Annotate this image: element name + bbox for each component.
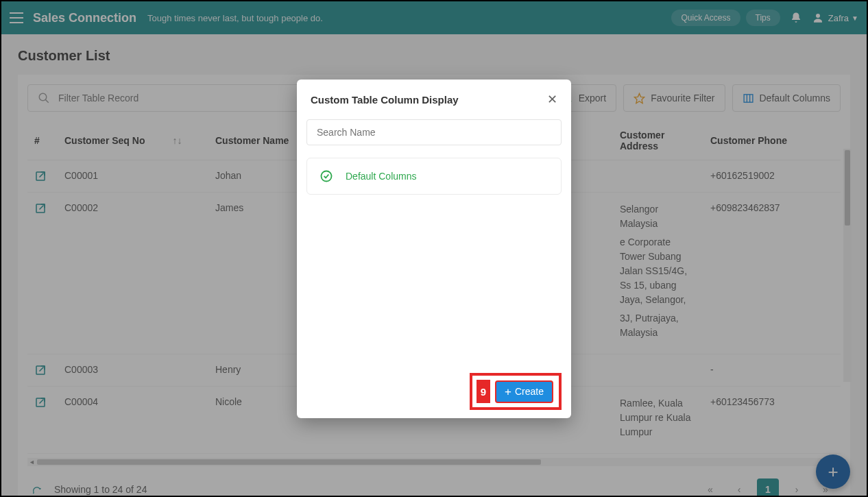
create-button[interactable]: + Create — [495, 380, 553, 403]
column-display-modal: Custom Table Column Display ✕ Default Co… — [297, 80, 571, 418]
modal-overlay[interactable]: Custom Table Column Display ✕ Default Co… — [1, 1, 867, 496]
check-circle-icon — [320, 169, 333, 183]
callout-number: 9 — [477, 380, 490, 403]
close-icon[interactable]: ✕ — [547, 92, 557, 107]
modal-search-input[interactable] — [306, 119, 562, 145]
column-item-label: Default Columns — [346, 171, 417, 182]
callout-highlight: 9 + Create — [470, 373, 562, 410]
modal-title: Custom Table Column Display — [311, 94, 547, 106]
default-columns-item[interactable]: Default Columns — [306, 158, 562, 195]
plus-icon: + — [505, 386, 511, 398]
svg-point-11 — [322, 171, 332, 182]
